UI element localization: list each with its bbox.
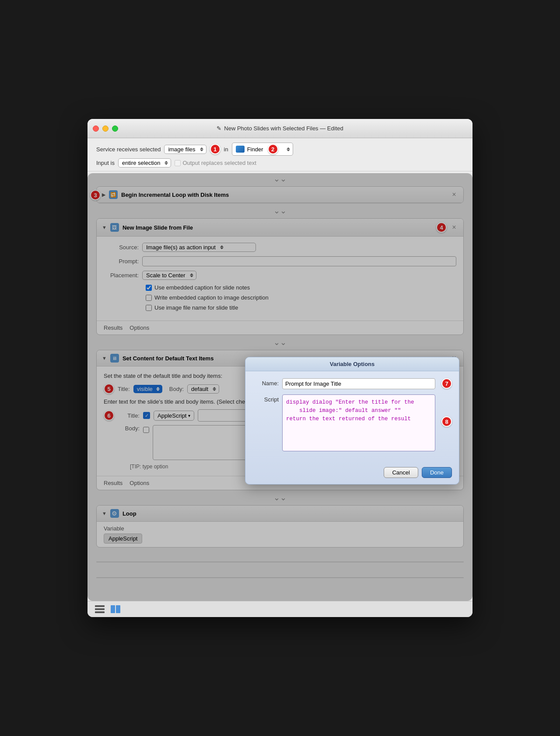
overlay: Variable Options Name: 7 Script display …: [88, 173, 472, 601]
service-bar: Service receives selected image files 1 …: [88, 138, 472, 171]
minimize-button[interactable]: [102, 126, 108, 132]
receives-label: Service receives selected: [96, 146, 161, 153]
close-button[interactable]: [93, 126, 99, 132]
entire-selection-select[interactable]: entire selection: [118, 158, 171, 167]
split-icon: [111, 605, 120, 613]
output-replaces-label: Output replaces selected text: [175, 160, 256, 166]
cancel-button[interactable]: Cancel: [384, 467, 418, 478]
main-content: ⌄⌄ 3 ▶ 🔁 Begin Incremental Loop with Dis…: [88, 173, 472, 601]
main-window: ✎ New Photo Slides wirh Selected Files —…: [88, 119, 472, 617]
variable-options-dialog: Variable Options Name: 7 Script display …: [245, 357, 459, 485]
split-view-button[interactable]: [110, 605, 121, 614]
svg-rect-2: [95, 611, 105, 613]
name-row: Name: 7: [252, 378, 452, 389]
badge-2: 2: [268, 144, 278, 154]
finder-icon: [236, 146, 245, 153]
finder-select[interactable]: Finder 2: [232, 143, 293, 156]
svg-rect-1: [95, 608, 105, 610]
svg-rect-3: [111, 605, 115, 613]
dialog-footer: Cancel Done: [245, 464, 459, 484]
svg-rect-0: [95, 605, 105, 607]
window-title: ✎ New Photo Slides wirh Selected Files —…: [217, 125, 343, 132]
script-row: Script display dialog "Enter the title f…: [252, 394, 452, 451]
dialog-title: Variable Options: [245, 357, 459, 371]
title-edit-icon: ✎: [217, 125, 221, 132]
badge-1: 1: [210, 144, 220, 154]
done-button[interactable]: Done: [422, 467, 452, 478]
input-is-label: Input is: [96, 160, 115, 166]
bottom-toolbar: [88, 601, 472, 617]
script-label: Script: [252, 394, 279, 403]
in-label: in: [224, 146, 228, 153]
maximize-button[interactable]: [112, 126, 118, 132]
title-bar: ✎ New Photo Slides wirh Selected Files —…: [88, 119, 472, 138]
list-icon: [95, 605, 105, 613]
dialog-body: Name: 7 Script display dialog "Enter the…: [245, 371, 459, 464]
badge-8: 8: [441, 416, 452, 427]
svg-rect-4: [116, 605, 120, 613]
badge-7: 7: [441, 378, 452, 389]
image-files-select[interactable]: image files: [164, 145, 206, 154]
name-input[interactable]: [282, 378, 435, 389]
traffic-lights: [93, 126, 118, 132]
script-textarea[interactable]: display dialog "Enter the title for the …: [282, 394, 435, 451]
name-label: Name:: [252, 378, 279, 387]
list-view-button[interactable]: [94, 605, 105, 614]
output-replaces-checkbox[interactable]: [175, 160, 181, 166]
